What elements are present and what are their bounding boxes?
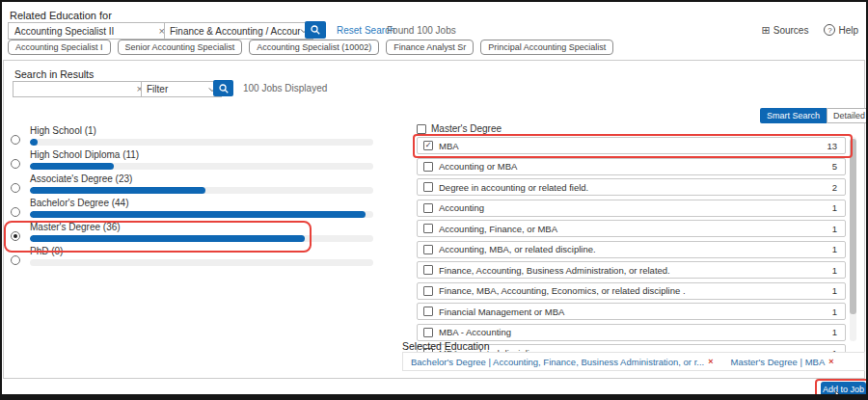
- degree-row-financial-management-or-mba[interactable]: Financial Management or MBA1: [417, 303, 846, 320]
- scrollbar-track[interactable]: [850, 137, 856, 341]
- related-job-chip-finance-analyst-sr[interactable]: Finance Analyst Sr: [386, 40, 474, 55]
- education-bar-track: [30, 163, 373, 170]
- degree-detail-list: ✓MBA13Accounting or MBA5Degree in accoun…: [417, 137, 846, 361]
- degree-group-title: Master's Degree: [431, 123, 502, 134]
- degree-row-count: 1: [832, 202, 837, 213]
- selected-education-item[interactable]: Bachelor's Degree | Accounting, Finance,…: [411, 357, 713, 367]
- tab-detailed-search[interactable]: Detailed Search: [827, 108, 868, 123]
- search-in-results-label: Search in Results: [14, 68, 94, 80]
- education-level-label: High School Diploma (11): [30, 148, 385, 160]
- education-level-row-master-s-degree-36: Master's Degree (36): [7, 221, 385, 245]
- checkbox-mba-accounting[interactable]: [423, 328, 433, 337]
- selected-education-text: Master's Degree | MBA: [730, 357, 825, 367]
- radio-bachelor-s-degree-44[interactable]: [11, 207, 20, 217]
- checkbox-financial-management-or-mba[interactable]: [423, 307, 433, 316]
- education-bar-fill: [30, 163, 114, 170]
- help-icon: ?: [824, 24, 835, 36]
- degree-row-label: Finance, MBA, Accounting, Economics, or …: [439, 285, 827, 296]
- degree-row-accounting-finance-or-mba[interactable]: Accounting, Finance, or MBA1: [417, 220, 846, 237]
- checkbox-accounting-finance-or-mba[interactable]: [423, 224, 433, 233]
- degree-row-count: 1: [832, 265, 837, 276]
- help-button[interactable]: ? Help: [824, 24, 858, 36]
- degree-row-label: Accounting, MBA, or related discipline.: [439, 244, 827, 254]
- degree-row-degree-in-accounting-or-related-field[interactable]: Degree in accounting or related field.2: [417, 178, 846, 196]
- job-input-value: Accounting Specialist II: [14, 26, 159, 37]
- education-bar-track: [30, 211, 373, 218]
- education-bar-track: [30, 235, 373, 242]
- education-bar-fill: [30, 211, 366, 218]
- selected-education-text: Bachelor's Degree | Accounting, Finance,…: [411, 357, 704, 367]
- degree-row-count: 1: [832, 307, 837, 317]
- degree-row-finance-mba-accounting-economics-or-related-discipline[interactable]: Finance, MBA, Accounting, Economics, or …: [417, 282, 846, 300]
- checkbox-finance-accounting-business-administration-or-related[interactable]: [423, 265, 433, 275]
- results-search-button[interactable]: [213, 80, 233, 96]
- checkbox-accounting[interactable]: [423, 203, 433, 213]
- related-job-chip-senior-accounting-specialist[interactable]: Senior Accounting Specialist: [118, 40, 243, 55]
- job-search-input[interactable]: Accounting Specialist II ×: [8, 22, 170, 40]
- checkbox-accounting-mba-or-related-discipline[interactable]: [423, 245, 433, 254]
- degree-row-label: Degree in accounting or related field.: [439, 182, 827, 193]
- related-job-chip-accounting-specialist-10002[interactable]: Accounting Specialist (10002): [249, 40, 379, 55]
- degree-row-accounting-or-mba[interactable]: Accounting or MBA5: [417, 158, 846, 175]
- sources-button[interactable]: ⊞ Sources: [762, 25, 809, 36]
- remove-icon[interactable]: ×: [828, 357, 833, 366]
- radio-high-school-diploma-11[interactable]: [11, 159, 20, 169]
- radio-phd-0[interactable]: [11, 255, 20, 265]
- search-icon: [310, 24, 321, 36]
- found-jobs-count: Found 100 Jobs: [387, 25, 456, 36]
- results-search-input[interactable]: ×: [13, 81, 148, 97]
- degree-row-count: 1: [832, 327, 837, 337]
- education-level-row-associate-s-degree-23: Associate's Degree (23): [7, 173, 385, 197]
- education-level-row-phd-0: PhD (0): [7, 245, 385, 269]
- education-bar-fill: [30, 235, 305, 242]
- search-mode-tabs: Smart SearchDetailed Search: [760, 108, 868, 123]
- remove-icon[interactable]: ×: [708, 357, 713, 366]
- related-job-chip-principal-accounting-specialist[interactable]: Principal Accounting Specialist: [480, 40, 613, 55]
- radio-associate-s-degree-23[interactable]: [11, 183, 20, 193]
- education-level-label: PhD (0): [30, 245, 385, 256]
- degree-row-count: 1: [832, 224, 837, 234]
- masters-degree-checkbox[interactable]: [417, 124, 426, 134]
- sources-label: Sources: [773, 25, 809, 36]
- checkbox-accounting-or-mba[interactable]: [423, 162, 433, 172]
- related-job-chip-accounting-specialist-i[interactable]: Accounting Specialist I: [8, 40, 111, 55]
- selected-education-item[interactable]: Master's Degree | MBA×: [730, 357, 833, 367]
- degree-row-accounting[interactable]: Accounting1: [417, 200, 846, 217]
- education-level-label: Associate's Degree (23): [30, 173, 385, 184]
- degree-row-label: MBA - Accounting: [439, 327, 827, 337]
- radio-high-school-1[interactable]: [11, 135, 20, 145]
- degree-row-finance-accounting-business-administration-or-related[interactable]: Finance, Accounting, Business Administra…: [417, 261, 846, 279]
- degree-row-mba-accounting[interactable]: MBA - Accounting1: [417, 324, 846, 341]
- checkbox-degree-in-accounting-or-related-field[interactable]: [423, 182, 433, 192]
- checkbox-finance-mba-accounting-economics-or-related-discipline[interactable]: [423, 286, 433, 296]
- degree-row-accounting-mba-or-related-discipline[interactable]: Accounting, MBA, or related discipline.1: [417, 241, 846, 258]
- degree-row-mba[interactable]: ✓MBA13: [417, 137, 846, 154]
- degree-row-count: 2: [832, 182, 837, 193]
- window-bottom-edge: [2, 394, 866, 398]
- filter-select-value: Filter: [147, 84, 208, 94]
- scrollbar-thumb[interactable]: [850, 139, 856, 314]
- degree-row-count: 1: [832, 244, 837, 254]
- sources-icon: ⊞: [762, 25, 771, 36]
- search-button[interactable]: [305, 21, 326, 39]
- degree-row-count: 1: [832, 285, 837, 296]
- related-education-window: Related Education for Accounting Special…: [0, 0, 868, 400]
- education-level-label: Master's Degree (36): [30, 221, 385, 232]
- degree-row-count: 5: [832, 161, 837, 172]
- help-label: Help: [838, 25, 858, 36]
- education-level-label: High School (1): [30, 124, 385, 136]
- tab-smart-search[interactable]: Smart Search: [760, 108, 827, 123]
- checkbox-mba[interactable]: ✓: [423, 141, 433, 150]
- education-bar-fill: [30, 139, 38, 146]
- education-level-label: Bachelor's Degree (44): [30, 197, 385, 208]
- selected-education-label: Selected Education: [402, 340, 489, 352]
- category-select[interactable]: Finance & Accounting / Accounting: [164, 22, 313, 40]
- category-select-value: Finance & Accounting / Accounting: [170, 26, 300, 37]
- jobs-displayed-text: 100 Jobs Displayed: [243, 83, 327, 93]
- radio-master-s-degree-36[interactable]: [11, 231, 20, 241]
- education-level-row-high-school-1: High School (1): [7, 124, 385, 148]
- degree-row-label: Accounting or MBA: [439, 161, 827, 172]
- education-level-list: High School (1)High School Diploma (11)A…: [7, 124, 385, 269]
- education-bar-track: [30, 139, 373, 146]
- filter-select[interactable]: Filter: [141, 81, 222, 97]
